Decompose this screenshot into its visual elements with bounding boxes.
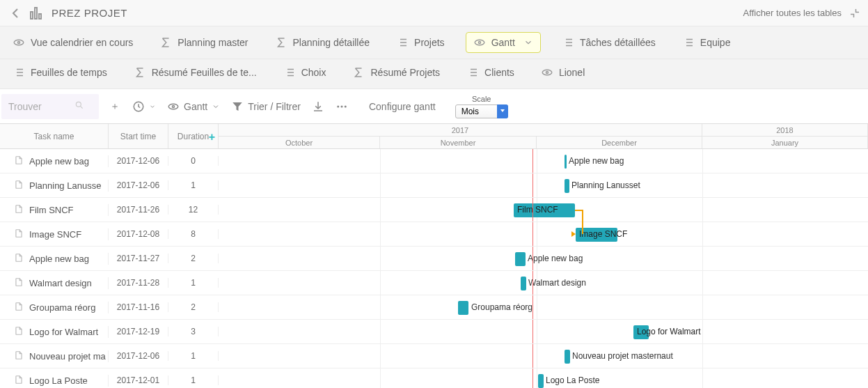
task-start-cell[interactable]: 2017-11-16 bbox=[109, 302, 168, 312]
list-icon bbox=[682, 36, 695, 49]
tab-r-sum-feuilles-de-te-[interactable]: Résumé Feuilles de te... bbox=[128, 62, 262, 83]
task-name-cell[interactable]: Film SNCF bbox=[0, 204, 109, 216]
tab-clients[interactable]: Clients bbox=[461, 62, 520, 83]
search-box[interactable] bbox=[1, 94, 99, 119]
eye-icon bbox=[13, 36, 25, 49]
today-line bbox=[532, 198, 533, 222]
task-duration-cell[interactable]: 1 bbox=[168, 180, 219, 190]
task-name-cell[interactable]: Groupama réorg bbox=[0, 302, 109, 313]
task-name-text: Logo for Walmart bbox=[29, 327, 98, 337]
gantt-bar[interactable] bbox=[538, 374, 544, 388]
table-row: Apple new bag2017-12-060Apple new bag bbox=[0, 149, 868, 173]
clock-icon bbox=[132, 100, 145, 113]
task-name-cell[interactable]: Planning Lanusse bbox=[0, 180, 109, 192]
column-header-duration[interactable]: Duration + bbox=[168, 124, 219, 148]
gantt-bar[interactable] bbox=[565, 350, 570, 364]
document-icon bbox=[14, 155, 24, 167]
gantt-track: Logo La Poste bbox=[219, 368, 868, 388]
today-line bbox=[532, 344, 533, 368]
task-name-cell[interactable]: Logo La Poste bbox=[0, 375, 109, 387]
tab-t-ches-d-taill-es[interactable]: Tâches détaillées bbox=[556, 32, 661, 53]
task-start-cell[interactable]: 2017-11-27 bbox=[109, 254, 168, 263]
gantt-bar-label: Logo for Walmart bbox=[637, 327, 701, 336]
column-header-task[interactable]: Task name bbox=[0, 124, 109, 148]
svg-point-48 bbox=[168, 104, 178, 109]
tab-r-sum-projets[interactable]: Résumé Projets bbox=[347, 62, 445, 83]
task-name-cell[interactable]: Image SNCF bbox=[0, 228, 109, 240]
task-duration-cell[interactable]: 12 bbox=[168, 205, 219, 215]
today-line bbox=[532, 295, 533, 319]
gantt-bar[interactable] bbox=[565, 155, 567, 169]
gantt-bar[interactable] bbox=[521, 277, 526, 290]
task-duration-cell[interactable]: 8 bbox=[168, 229, 219, 239]
more-button[interactable] bbox=[336, 100, 348, 113]
svg-line-46 bbox=[80, 106, 82, 108]
task-duration-cell[interactable]: 3 bbox=[168, 327, 219, 336]
column-header-start[interactable]: Start time bbox=[109, 124, 168, 148]
gantt-bar[interactable] bbox=[515, 252, 526, 266]
month-cell: December bbox=[537, 137, 702, 148]
document-icon bbox=[14, 228, 24, 240]
svg-point-12 bbox=[478, 42, 480, 44]
task-name-cell[interactable]: Walmart design bbox=[0, 277, 109, 289]
tab-planning-master[interactable]: Planning master bbox=[154, 32, 253, 53]
tab-feuilles-de-temps[interactable]: Feuilles de temps bbox=[7, 62, 113, 83]
tab-label: Clients bbox=[484, 67, 514, 78]
tab-projets[interactable]: Projets bbox=[390, 32, 450, 53]
search-input[interactable] bbox=[8, 101, 74, 112]
svg-rect-1 bbox=[35, 8, 37, 19]
scale-select[interactable]: Mois bbox=[455, 104, 508, 118]
history-button[interactable] bbox=[132, 100, 156, 113]
tab-label: Projets bbox=[414, 37, 445, 48]
task-duration-cell[interactable]: 2 bbox=[168, 254, 219, 263]
list-icon bbox=[466, 66, 479, 79]
task-start-cell[interactable]: 2017-12-08 bbox=[109, 229, 168, 239]
add-button[interactable]: ＋ bbox=[109, 100, 121, 113]
eye-icon bbox=[167, 100, 180, 113]
gantt-bar[interactable] bbox=[458, 301, 468, 315]
show-all-tables-link[interactable]: Afficher toutes les tables bbox=[743, 8, 842, 18]
configure-gantt-button[interactable]: Configure gantt bbox=[369, 101, 436, 112]
svg-rect-2 bbox=[39, 14, 41, 19]
task-name-text: Logo La Poste bbox=[29, 375, 88, 386]
tab-choix[interactable]: Choix bbox=[278, 62, 332, 83]
task-start-cell[interactable]: 2017-11-26 bbox=[109, 205, 168, 215]
tab-label: Feuilles de temps bbox=[31, 67, 107, 78]
tab-equipe[interactable]: Equipe bbox=[677, 32, 736, 53]
download-icon bbox=[312, 100, 324, 113]
gantt-bar[interactable] bbox=[565, 179, 569, 193]
task-name-text: Image SNCF bbox=[29, 229, 81, 240]
task-start-cell[interactable]: 2017-12-01 bbox=[109, 375, 168, 385]
tab-planning-d-taill-e[interactable]: Planning détaillée bbox=[269, 32, 376, 53]
task-start-cell[interactable]: 2017-12-06 bbox=[109, 351, 168, 361]
tab-label: Gantt bbox=[491, 37, 515, 48]
today-line bbox=[532, 173, 533, 197]
document-icon bbox=[14, 277, 24, 289]
task-name-cell[interactable]: Apple new bag bbox=[0, 155, 109, 167]
add-column-icon[interactable]: + bbox=[209, 131, 215, 143]
view-selector-gantt[interactable]: Gantt bbox=[167, 100, 220, 113]
tab-gantt[interactable]: Gantt bbox=[466, 32, 541, 53]
task-duration-cell[interactable]: 1 bbox=[168, 375, 219, 385]
task-duration-cell[interactable]: 1 bbox=[168, 278, 219, 288]
task-duration-cell[interactable]: 1 bbox=[168, 351, 219, 361]
download-button[interactable] bbox=[312, 100, 324, 113]
svg-point-53 bbox=[345, 105, 347, 107]
sort-filter-button[interactable]: Trier / Filtrer bbox=[231, 100, 301, 113]
collapse-icon[interactable] bbox=[849, 7, 861, 20]
task-name-cell[interactable]: Logo for Walmart bbox=[0, 326, 109, 338]
task-start-cell[interactable]: 2017-12-06 bbox=[109, 180, 168, 190]
task-start-cell[interactable]: 2017-12-06 bbox=[109, 156, 168, 166]
task-start-cell[interactable]: 2017-11-28 bbox=[109, 278, 168, 288]
today-line bbox=[532, 247, 533, 270]
task-start-cell[interactable]: 2017-12-19 bbox=[109, 327, 168, 336]
tab-label: Planning master bbox=[177, 37, 248, 48]
task-duration-cell[interactable]: 0 bbox=[168, 156, 219, 166]
task-name-cell[interactable]: Nouveau projet ma bbox=[0, 350, 109, 362]
tab-lionel[interactable]: Lionel bbox=[535, 62, 590, 83]
task-duration-cell[interactable]: 2 bbox=[168, 302, 219, 312]
task-name-cell[interactable]: Apple new bag bbox=[0, 253, 109, 265]
tab-vue-calendrier-en-cours[interactable]: Vue calendrier en cours bbox=[7, 32, 139, 53]
back-button[interactable] bbox=[7, 5, 24, 22]
more-icon bbox=[336, 100, 348, 113]
